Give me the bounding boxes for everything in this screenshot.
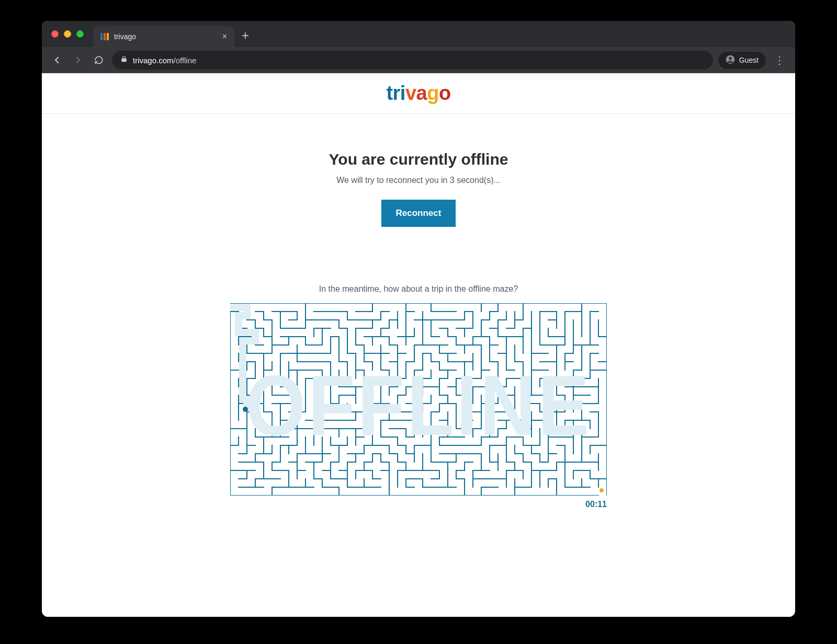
back-button[interactable] xyxy=(49,52,65,68)
forward-button[interactable] xyxy=(70,52,86,68)
maze-player-dot xyxy=(243,407,248,412)
browser-toolbar: trivago.com/offline Guest ⋮ xyxy=(42,47,795,73)
profile-button[interactable]: Guest xyxy=(718,52,766,69)
maze-goal-dot xyxy=(600,488,604,492)
browser-menu-button[interactable]: ⋮ xyxy=(771,54,788,66)
page-title: You are currently offline xyxy=(329,151,508,168)
window-zoom-button[interactable] xyxy=(76,30,84,38)
reload-button[interactable] xyxy=(91,52,107,68)
maze-intro-text: In the meantime, how about a trip in the… xyxy=(319,284,518,294)
window-close-button[interactable] xyxy=(51,30,59,38)
svg-point-1 xyxy=(729,56,732,60)
reconnect-button[interactable]: Reconnect xyxy=(381,200,456,227)
profile-label: Guest xyxy=(739,56,759,64)
maze-timer: 00:11 xyxy=(230,500,607,509)
offline-panel: You are currently offline We will try to… xyxy=(42,114,795,509)
lock-icon xyxy=(120,55,128,65)
maze-container: OFFLINE 00:11 xyxy=(230,303,607,509)
window-controls xyxy=(51,30,84,38)
trivago-logo: trivago xyxy=(386,82,450,105)
window-minimize-button[interactable] xyxy=(64,30,71,38)
url-text: trivago.com/offline xyxy=(133,56,196,65)
page-content: trivago You are currently offline We wil… xyxy=(42,73,795,617)
reconnect-countdown-text: We will try to reconnect you in 3 second… xyxy=(336,176,501,185)
offline-maze[interactable]: OFFLINE xyxy=(230,303,607,496)
browser-tab[interactable]: trivago × xyxy=(93,26,234,47)
tab-close-icon[interactable]: × xyxy=(222,32,227,41)
new-tab-button[interactable]: + xyxy=(242,29,249,42)
browser-window: trivago × + trivago.com/offline Gue xyxy=(42,21,795,617)
tab-favicon xyxy=(100,33,109,40)
address-bar[interactable]: trivago.com/offline xyxy=(112,51,713,70)
tab-title: trivago xyxy=(114,32,217,41)
browser-titlebar: trivago × + xyxy=(42,21,795,47)
brand-header: trivago xyxy=(42,73,795,114)
person-icon xyxy=(726,55,735,66)
